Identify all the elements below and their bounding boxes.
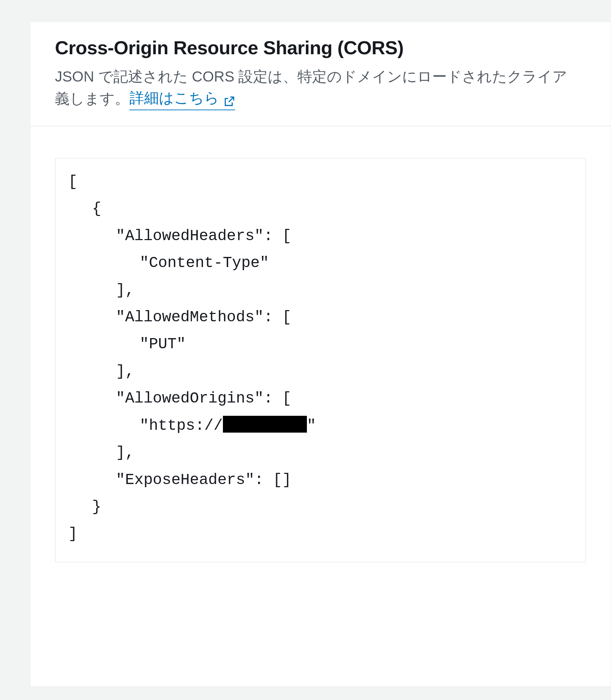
code-line: ], — [68, 277, 573, 304]
code-line: ] — [68, 520, 573, 547]
code-line: ], — [68, 358, 573, 385]
panel-header: Cross-Origin Resource Sharing (CORS) JSO… — [30, 22, 611, 126]
code-line: "AllowedHeaders": [ — [68, 223, 573, 250]
panel-title: Cross-Origin Resource Sharing (CORS) — [55, 37, 586, 58]
code-line: "PUT" — [68, 331, 573, 358]
desc-line2-prefix: 義します。 — [55, 88, 129, 110]
code-line: "AllowedMethods": [ — [68, 304, 573, 331]
cors-json-code: [{"AllowedHeaders": ["Content-Type"],"Al… — [55, 158, 586, 562]
code-line: [ — [68, 168, 573, 195]
origin-prefix: "https:// — [140, 417, 223, 434]
panel-description: JSON で記述された CORS 設定は、特定のドメインにロードされたクライア … — [55, 66, 586, 110]
code-line: ], — [68, 439, 573, 466]
learn-more-link[interactable]: 詳細はこちら — [129, 88, 235, 110]
code-line: { — [68, 195, 573, 222]
redacted-origin — [223, 416, 307, 433]
cors-panel: Cross-Origin Resource Sharing (CORS) JSO… — [30, 22, 611, 687]
code-line: } — [68, 493, 573, 520]
origin-suffix: " — [307, 417, 316, 434]
external-link-icon — [223, 92, 235, 104]
learn-more-text: 詳細はこちら — [129, 88, 219, 109]
code-line: "Content-Type" — [68, 250, 573, 276]
code-line: "AllowedOrigins": [ — [68, 385, 573, 412]
code-line: "https://" — [68, 412, 573, 439]
panel-body: [{"AllowedHeaders": ["Content-Type"],"Al… — [30, 126, 611, 576]
code-line: "ExposeHeaders": [] — [68, 467, 573, 493]
desc-line1: JSON で記述された CORS 設定は、特定のドメインにロードされたクライア — [55, 68, 567, 85]
